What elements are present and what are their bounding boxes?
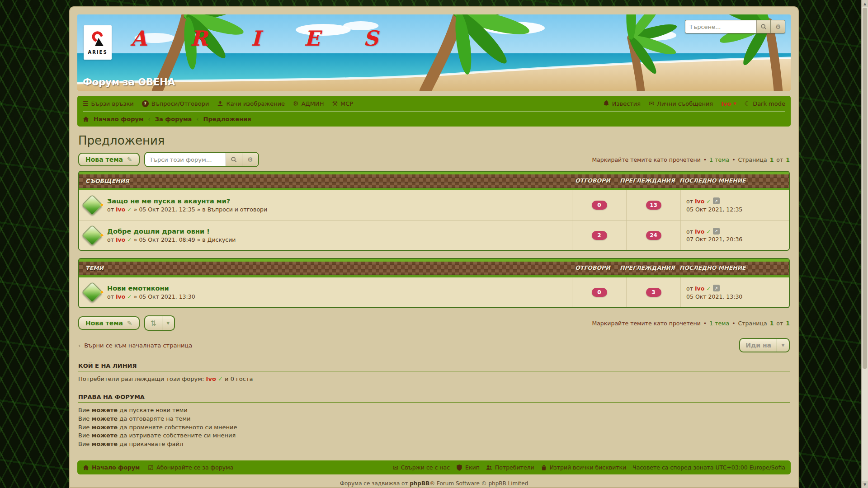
timezone-text: Часовете са според зоната UTC+03:00 Euro… <box>632 464 785 471</box>
search-button[interactable] <box>756 20 771 33</box>
topic-status-icon <box>81 194 103 216</box>
advanced-search-button[interactable]: ⚙ <box>771 20 785 33</box>
topic-title-link[interactable]: Добре дошли драги овни ! <box>107 228 568 235</box>
phpbb-link[interactable]: phpBB <box>410 480 429 487</box>
topic-author-link[interactable]: Ivo <box>116 236 125 243</box>
contact-link[interactable]: ✉ Свържи се с нас <box>393 464 450 471</box>
topic-row[interactable]: Добре дошли драги овни ! от Ivo ✓ » 05 О… <box>79 220 789 250</box>
search-icon <box>231 156 237 163</box>
views-cell: 13 <box>626 190 680 220</box>
topic-info: Защо не ме пуска в акаунта ми? от Ivo ✓ … <box>105 190 572 220</box>
forum-search-input[interactable] <box>145 153 226 166</box>
faq-link[interactable]: ?Въпроси/Отговори <box>142 100 209 107</box>
breadcrumb-separator: ‹ <box>148 116 151 122</box>
forum-link[interactable]: Дискусии <box>208 236 236 243</box>
online-check-icon: ✓ <box>706 228 711 235</box>
upload-label: Качи изображение <box>226 100 285 107</box>
topic-author-link[interactable]: Ivo <box>116 206 125 213</box>
topic-author-link[interactable]: Ivo <box>116 293 125 300</box>
search-icon <box>760 23 767 30</box>
subscribe-link[interactable]: ☑ Абонирайте се за форума <box>148 464 233 471</box>
by-word: от <box>107 293 114 300</box>
goto-last-post-icon[interactable]: ↗ <box>713 197 720 204</box>
by-word: от <box>107 206 114 213</box>
scrollbar-thumb[interactable] <box>863 8 867 369</box>
mark-read-link[interactable]: Маркирайте темите като прочетени <box>592 156 700 163</box>
search-input[interactable] <box>685 20 756 33</box>
sort-icon[interactable]: ⇅ <box>145 316 162 330</box>
delete-cookies-link[interactable]: Изтрий всички бисквитки <box>541 464 627 471</box>
bullet: • <box>732 156 735 163</box>
scrollbar[interactable]: ▲ ▼ <box>861 0 868 488</box>
permission-line: Вие можете да отговаряте на теми <box>78 415 790 423</box>
envelope-icon: ✉ <box>649 100 654 107</box>
mark-read-link[interactable]: Маркирайте темите като прочетени <box>592 320 700 327</box>
topic-row[interactable]: Нови емотикони от Ivo ✓ » 05 Окт 2021, 1… <box>79 277 789 307</box>
pencil-icon: ✎ <box>127 319 132 327</box>
views-badge: 3 <box>646 288 661 297</box>
faq-label: Въпроси/Отговори <box>151 100 209 107</box>
admin-link[interactable]: ⚙АДМИН <box>293 100 324 107</box>
forum-link[interactable]: Въпроси и отговори <box>208 206 267 213</box>
upload-image-link[interactable]: Качи изображение <box>217 100 285 107</box>
main-content: Предложения Нова тема ✎ ⚙ Маркирайте тем… <box>77 127 791 449</box>
mcp-link[interactable]: ⚒МСР <box>332 100 353 107</box>
team-link[interactable]: Екип <box>456 464 480 471</box>
topic-title-link[interactable]: Нови емотикони <box>107 285 568 292</box>
section-header: ТЕМИ ОТГОВОРИ ПРЕГЛЕЖДАНИЯ ПОСЛЕДНО МНЕН… <box>79 259 789 277</box>
home-icon <box>83 116 89 122</box>
topic-info: Добре дошли драги овни ! от Ivo ✓ » 05 О… <box>105 221 572 250</box>
dark-mode-toggle[interactable]: ☾Dark mode <box>745 100 785 107</box>
shield-icon <box>456 465 462 471</box>
goto-last-post-icon[interactable]: ↗ <box>713 285 720 291</box>
forum-search-button[interactable] <box>226 153 242 166</box>
topic-icon <box>79 221 105 250</box>
breadcrumb-current[interactable]: Предложения <box>203 116 251 122</box>
return-home-label: Върни се към началната страница <box>84 342 192 349</box>
last-post-date: 05 Окт 2021, 12:35 <box>686 206 742 213</box>
site-title: Форум за ОВЕНА <box>83 77 175 88</box>
new-topic-button[interactable]: Нова тема ✎ <box>78 316 140 330</box>
breadcrumb-forum[interactable]: За форума <box>155 116 192 122</box>
quick-links-button[interactable]: ☰Бързи връзки <box>83 100 134 107</box>
by-word: от <box>686 285 693 292</box>
forum-page-container: ARIES A R I E S Форум за ОВЕНА ⚙ ☰Бързи … <box>69 6 799 488</box>
online-user-link[interactable]: Ivo <box>206 375 216 382</box>
topic-status-icon <box>81 282 103 303</box>
private-messages-link[interactable]: ✉Лични съобщения <box>649 100 713 107</box>
replies-badge: 0 <box>592 201 607 210</box>
scroll-down-arrow[interactable]: ▼ <box>862 481 868 488</box>
breadcrumb-home[interactable]: Начало форум <box>94 116 144 122</box>
whos-online-heading: КОЙ Е НА ЛИНИЯ <box>78 362 790 371</box>
return-home-link[interactable]: ‹ Върни се към началната страница <box>78 342 192 349</box>
last-post-author-link[interactable]: Ivo <box>695 285 704 292</box>
topic-title-link[interactable]: Защо не ме пуска в акаунта ми? <box>107 197 568 205</box>
last-post-cell: от Ivo ✓ ↗ 07 Окт 2021, 20:36 <box>680 221 789 250</box>
user-menu[interactable]: Ivo▼ <box>721 100 736 107</box>
jump-to-button[interactable]: Иди на ▼ <box>739 338 790 352</box>
forum-search-advanced-button[interactable]: ⚙ <box>242 153 258 166</box>
footer-left-links: Начало форум ☑ Абонирайте се за форума <box>83 464 233 471</box>
notifications-link[interactable]: Известия <box>603 100 641 107</box>
topic-row[interactable]: Защо не ме пуска в акаунта ми? от Ivo ✓ … <box>79 190 789 220</box>
permission-line: Вие можете да изтривате собствените си м… <box>78 432 790 440</box>
chevron-down-icon[interactable]: ▼ <box>162 316 174 330</box>
new-topic-button[interactable]: Нова тема ✎ <box>78 153 140 166</box>
goto-last-post-icon[interactable]: ↗ <box>713 228 720 235</box>
members-link[interactable]: Потребители <box>486 464 534 471</box>
last-post-author-link[interactable]: Ivo <box>695 228 704 235</box>
pm-label: Лични съобщения <box>657 100 713 107</box>
permission-line: Вие можете да пускате нови теми <box>78 406 790 415</box>
last-post-author-link[interactable]: Ivo <box>695 198 704 205</box>
logo-label: ARIES <box>88 50 107 55</box>
posted-date: » 05 Окт 2021, 12:35 » в <box>134 206 206 213</box>
topic-count: 1 тема <box>709 156 729 163</box>
aries-logo[interactable]: ARIES <box>84 25 112 60</box>
gear-icon: ⚙ <box>247 156 253 163</box>
topic-icon <box>79 190 105 220</box>
replies-badge: 0 <box>592 288 607 297</box>
subscribe-label: Абонирайте се за форума <box>156 464 233 471</box>
scroll-up-arrow[interactable]: ▲ <box>862 0 868 7</box>
footer-home-link[interactable]: Начало форум <box>83 464 140 471</box>
sort-control: ⇅ ▼ <box>144 315 175 331</box>
